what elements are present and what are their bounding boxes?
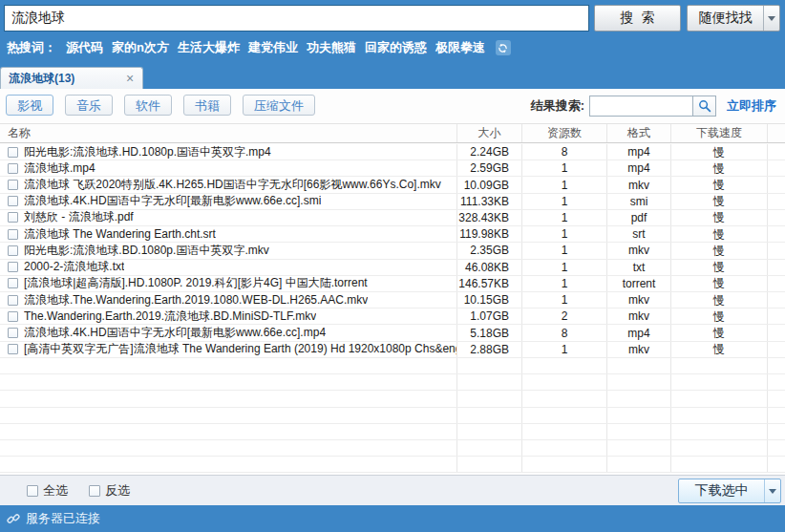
row-name: [高清中英双字无广告]流浪地球 The Wandering Earth (201… xyxy=(24,341,456,357)
filter-button-4[interactable]: 压缩文件 xyxy=(243,95,315,116)
invert-select-option[interactable]: 反选 xyxy=(89,482,130,500)
table-row[interactable]: 流浪地球.The.Wandering.Earth.2019.1080.WEB-D… xyxy=(0,292,785,309)
table-row[interactable]: 2000-2-流浪地球.txt46.08KB1txt慢 xyxy=(0,260,785,276)
result-search-input[interactable] xyxy=(589,96,692,117)
cell-count xyxy=(521,424,606,439)
column-header-format[interactable]: 格式 xyxy=(606,124,670,142)
hot-word[interactable]: 家的n次方 xyxy=(112,39,169,56)
table-row[interactable]: 刘慈欣 - 流浪地球.pdf328.43KB1pdf慢 xyxy=(0,210,785,226)
hot-word[interactable]: 源代码 xyxy=(66,39,103,56)
row-checkbox[interactable] xyxy=(8,212,18,223)
cell-speed xyxy=(670,408,767,423)
tab-search-results[interactable]: 流浪地球(13) × xyxy=(0,67,143,89)
row-checkbox[interactable] xyxy=(8,147,18,158)
table-row[interactable]: 阳光电影:流浪地球.BD.1080p.国语中英双字.mkv2.35GB1mkv慢 xyxy=(0,243,785,259)
column-header-speed[interactable]: 下载速度 xyxy=(670,124,767,142)
tab-close-icon[interactable]: × xyxy=(121,72,138,85)
row-checkbox[interactable] xyxy=(8,180,18,190)
cell-speed: 慢 xyxy=(670,210,767,225)
row-checkbox[interactable] xyxy=(8,196,18,206)
hot-word[interactable]: 回家的诱惑 xyxy=(365,39,427,56)
column-header-count[interactable]: 资源数 xyxy=(521,124,606,142)
cell-size: 2.59GB xyxy=(456,160,521,176)
select-all-checkbox[interactable] xyxy=(27,485,38,497)
cell-spacer xyxy=(767,309,785,324)
filter-button-2[interactable]: 软件 xyxy=(124,95,172,116)
download-selected-button[interactable]: 下载选中 xyxy=(678,479,781,503)
search-button[interactable]: 搜 索 xyxy=(594,5,681,32)
column-header-size[interactable]: 大小 xyxy=(456,124,521,142)
search-input[interactable] xyxy=(4,5,589,32)
cell-speed xyxy=(670,440,767,456)
hot-search-row: 热搜词： 源代码家的n次方生活大爆炸建党伟业功夫熊猫回家的诱惑极限拳速 xyxy=(7,39,777,56)
cell-count: 1 xyxy=(521,342,606,357)
table-row[interactable]: 流浪地球 The Wandering Earth.cht.srt119.98KB… xyxy=(0,226,785,243)
cell-name: 刘慈欣 - 流浪地球.pdf xyxy=(0,209,456,225)
table-row[interactable]: 阳光电影:流浪地球.HD.1080p.国语中英双字.mp42.24GB8mp4慢 xyxy=(0,144,785,160)
invert-select-checkbox[interactable] xyxy=(89,485,100,497)
row-checkbox[interactable] xyxy=(8,163,18,174)
cell-count xyxy=(521,358,606,373)
table-row-empty xyxy=(0,391,785,407)
cell-spacer xyxy=(767,260,785,275)
row-checkbox[interactable] xyxy=(8,295,18,306)
result-search-button[interactable] xyxy=(692,96,716,117)
cell-size xyxy=(456,374,521,390)
row-name: 流浪地球 飞跃2020特别版.4K.H265.HD国语中字无水印[66影视www… xyxy=(24,177,441,193)
refresh-hotwords-button[interactable] xyxy=(496,40,511,55)
table-row[interactable]: 流浪地球.4K.HD国语中字无水印[最新电影www.66e.cc].mp45.1… xyxy=(0,325,785,341)
table-row-empty xyxy=(0,440,785,457)
table-row[interactable]: [高清中英双字无广告]流浪地球 The Wandering Earth (201… xyxy=(0,342,785,358)
cell-count: 8 xyxy=(521,144,606,160)
hot-word[interactable]: 极限拳速 xyxy=(435,39,485,56)
cell-count: 1 xyxy=(521,177,606,192)
row-checkbox[interactable] xyxy=(8,278,18,288)
filter-button-3[interactable]: 书籍 xyxy=(183,95,231,116)
column-header-name[interactable]: 名称 xyxy=(0,125,456,141)
cell-size xyxy=(456,391,521,406)
cell-speed: 慢 xyxy=(670,276,767,291)
category-filters: 影视音乐软件书籍压缩文件 xyxy=(6,95,315,116)
hot-word[interactable]: 功夫熊猫 xyxy=(307,39,356,56)
select-all-option[interactable]: 全选 xyxy=(27,482,68,500)
cell-count xyxy=(521,457,606,472)
cell-speed xyxy=(670,374,767,390)
cell-name: 流浪地球 The Wandering Earth.cht.srt xyxy=(0,226,456,243)
cell-format: mkv xyxy=(606,309,670,324)
row-checkbox[interactable] xyxy=(8,344,18,354)
table-row[interactable]: 流浪地球.4K.HD国语中字无水印[最新电影www.66e.cc].smi111… xyxy=(0,194,785,210)
cell-count: 1 xyxy=(521,194,606,209)
table-row[interactable]: The.Wandering.Earth.2019.流浪地球.BD.MiniSD-… xyxy=(0,309,785,325)
table-row[interactable]: 流浪地球.mp42.59GB1mp4慢 xyxy=(0,160,785,177)
cell-format: mp4 xyxy=(606,160,670,176)
link-icon xyxy=(7,512,20,525)
hot-words-list: 源代码家的n次方生活大爆炸建党伟业功夫熊猫回家的诱惑极限拳速 xyxy=(66,39,494,56)
cell-format xyxy=(606,408,670,423)
filter-button-0[interactable]: 影视 xyxy=(6,95,53,116)
table-row[interactable]: [流浪地球|超高清版].HD.1080P. 2019.科幻[影片4G] 中国大陆… xyxy=(0,276,785,292)
random-find-button[interactable]: 随便找找 xyxy=(687,5,780,32)
download-selected-label: 下载选中 xyxy=(679,482,764,500)
chevron-down-icon xyxy=(769,489,776,494)
sort-now-link[interactable]: 立即排序 xyxy=(727,97,776,115)
random-find-dropdown[interactable] xyxy=(763,6,779,31)
cell-spacer xyxy=(767,292,785,308)
table-row[interactable]: 流浪地球 飞跃2020特别版.4K.H265.HD国语中字无水印[66影视www… xyxy=(0,177,785,193)
row-checkbox[interactable] xyxy=(8,229,18,240)
hot-word[interactable]: 建党伟业 xyxy=(248,39,298,56)
row-checkbox[interactable] xyxy=(8,262,18,272)
cell-size xyxy=(456,440,521,456)
cell-size: 2.24GB xyxy=(456,144,521,160)
cell-speed: 慢 xyxy=(670,194,767,209)
download-dropdown[interactable] xyxy=(764,479,780,502)
cell-size: 119.98KB xyxy=(456,226,521,242)
row-checkbox[interactable] xyxy=(8,311,18,322)
cell-size xyxy=(456,358,521,373)
row-checkbox[interactable] xyxy=(8,328,18,338)
filter-button-1[interactable]: 音乐 xyxy=(65,95,113,116)
row-checkbox[interactable] xyxy=(8,245,18,256)
chevron-down-icon xyxy=(768,16,775,21)
hot-word[interactable]: 生活大爆炸 xyxy=(178,39,240,56)
cell-name: 流浪地球.mp4 xyxy=(0,160,456,177)
row-name: The.Wandering.Earth.2019.流浪地球.BD.MiniSD-… xyxy=(24,309,316,325)
